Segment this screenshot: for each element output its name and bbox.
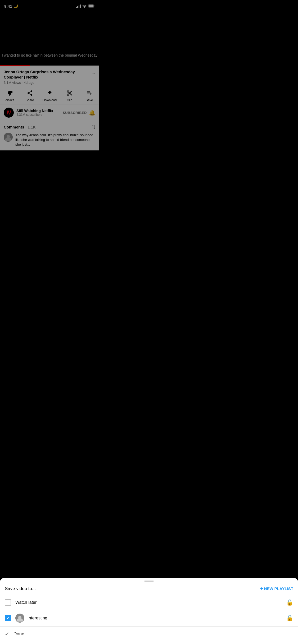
sheet-overlay[interactable] xyxy=(0,0,99,215)
